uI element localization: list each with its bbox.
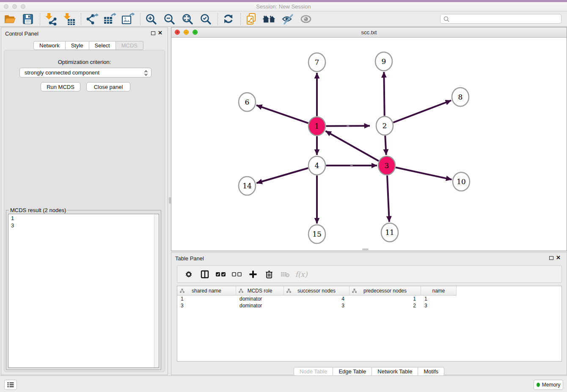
search-input[interactable] — [440, 14, 561, 24]
edge-3-1[interactable] — [325, 131, 378, 161]
window-minimize-button[interactable] — [12, 4, 17, 9]
hide-graphics-details-icon[interactable] — [281, 12, 295, 25]
control-tab-style[interactable]: Style — [66, 41, 89, 50]
network-minimize-button[interactable]: − — [184, 30, 189, 35]
export-table-icon[interactable] — [103, 12, 117, 25]
save-session-icon[interactable] — [21, 12, 35, 25]
node-label-11: 11 — [385, 228, 394, 237]
zoom-selected-icon[interactable] — [198, 12, 212, 25]
edge-2-9[interactable] — [384, 72, 384, 116]
network-vscroll-thumb[interactable] — [169, 197, 171, 204]
table-columns-icon[interactable] — [197, 268, 213, 281]
network-view-window: ✕ − + scc.txt 7968124314101511 — [171, 27, 567, 251]
home-icon[interactable] — [262, 12, 276, 25]
control-tab-network[interactable]: Network — [33, 41, 66, 50]
table-cell[interactable]: 1 — [177, 295, 236, 302]
table-settings-icon[interactable] — [181, 268, 197, 281]
delete-table-icon[interactable] — [277, 268, 293, 281]
window-close-button[interactable] — [4, 4, 8, 9]
import-table-icon[interactable] — [62, 12, 76, 25]
table-cell[interactable]: 3 — [284, 302, 350, 309]
toolbar-separator — [81, 13, 81, 25]
select-all-icon[interactable] — [213, 268, 229, 281]
close-panel-icon[interactable]: ✕ — [158, 30, 162, 36]
mcds-result-textarea[interactable]: 1 3 — [8, 214, 159, 368]
control-tab-select[interactable]: Select — [89, 41, 116, 50]
memory-button[interactable]: Memory — [534, 380, 563, 390]
task-history-button[interactable] — [4, 380, 17, 390]
network-graph-canvas[interactable]: 7968124314101511 — [171, 38, 567, 251]
table-panel-title: Table Panel — [175, 255, 204, 262]
edge-3-11[interactable] — [387, 175, 389, 222]
edge-4-14[interactable] — [256, 168, 308, 183]
show-graphics-details-icon[interactable] — [299, 12, 313, 25]
deselect-all-icon[interactable] — [229, 268, 245, 281]
node-label-10: 10 — [457, 177, 466, 186]
import-network-icon[interactable] — [44, 12, 58, 25]
column-header-MCDS-role[interactable]: MCDS role — [236, 286, 284, 295]
table-row[interactable]: 3dominator323 — [177, 302, 561, 309]
result-scrollbar[interactable] — [154, 214, 159, 367]
table-row[interactable]: 1dominator411 — [177, 295, 561, 302]
node-label-3: 3 — [385, 161, 389, 170]
network-close-button[interactable]: ✕ — [175, 30, 180, 35]
control-panel: Control Panel ✕ NetworkStyleSelectMCDS O… — [1, 27, 168, 375]
close-panel-button[interactable]: Close panel — [86, 82, 130, 91]
table-header-row: shared nameMCDS rolesuccessor nodesprede… — [177, 286, 561, 295]
edge-2-8[interactable] — [393, 100, 451, 122]
zoom-out-icon[interactable] — [162, 12, 176, 25]
table-tab-node-table[interactable]: Node Table — [294, 367, 333, 376]
float-panel-icon[interactable] — [151, 31, 155, 35]
network-maximize-button[interactable]: + — [193, 30, 198, 35]
table-cell[interactable]: 1 — [421, 295, 457, 302]
export-image-icon[interactable] — [121, 12, 135, 25]
node-label-2: 2 — [383, 121, 387, 130]
control-panel-tabs: NetworkStyleSelectMCDS — [33, 41, 143, 50]
edge-1-6[interactable] — [256, 105, 308, 123]
network-window-title: scc.txt — [171, 28, 567, 37]
network-window-titlebar[interactable]: ✕ − + scc.txt — [171, 28, 567, 38]
close-panel-icon[interactable]: ✕ — [556, 254, 561, 261]
toolbar-separator — [217, 13, 218, 25]
column-header-predecessor-nodes[interactable]: predecessor nodes — [350, 286, 421, 295]
delete-row-icon[interactable] — [261, 268, 277, 281]
node-label-7: 7 — [315, 58, 319, 66]
table-cell[interactable]: 4 — [284, 295, 350, 302]
mcds-result-group: MCDS result (2 nodes) 1 3 — [6, 210, 161, 370]
add-row-icon[interactable] — [245, 268, 261, 281]
table-cell[interactable]: 3 — [177, 302, 236, 309]
table-cell[interactable]: dominator — [236, 295, 284, 302]
column-header-name[interactable]: name — [421, 286, 457, 295]
network-hscroll-thumb[interactable] — [362, 248, 369, 250]
column-header-successor-nodes[interactable]: successor nodes — [284, 286, 350, 295]
list-icon — [7, 382, 14, 388]
control-tab-mcds[interactable]: MCDS — [116, 41, 143, 50]
window-title: Session: New Session — [0, 2, 567, 11]
edge-handle[interactable] — [350, 165, 353, 166]
table-cell[interactable]: 1 — [350, 295, 421, 302]
table-cell[interactable]: dominator — [236, 302, 284, 309]
control-panel-title: Control Panel — [5, 30, 39, 37]
node-table[interactable]: shared nameMCDS rolesuccessor nodesprede… — [177, 286, 562, 362]
table-tab-network-table[interactable]: Network Table — [372, 367, 418, 376]
window-zoom-button[interactable] — [21, 4, 25, 9]
table-cell[interactable]: 3 — [421, 302, 457, 309]
edge-3-10[interactable] — [396, 168, 451, 180]
zoom-in-icon[interactable] — [144, 12, 158, 25]
float-panel-icon[interactable] — [549, 256, 553, 260]
open-session-icon[interactable] — [3, 12, 17, 25]
edge-2-3[interactable] — [385, 135, 386, 155]
edge-handle[interactable] — [347, 126, 349, 127]
table-tab-edge-table[interactable]: Edge Table — [333, 367, 372, 376]
table-cell[interactable]: 2 — [350, 302, 421, 309]
table-tab-motifs[interactable]: Motifs — [418, 367, 444, 376]
optimization-criterion-select[interactable]: strongly connected component — [19, 68, 151, 77]
column-header-shared-name[interactable]: shared name — [177, 286, 236, 295]
clone-network-icon[interactable] — [244, 12, 258, 25]
node-label-9: 9 — [382, 57, 386, 66]
refresh-icon[interactable] — [221, 12, 235, 25]
run-mcds-button[interactable]: Run MCDS — [41, 82, 80, 91]
zoom-fit-icon[interactable] — [180, 12, 194, 25]
function-builder-icon[interactable]: f(x) — [293, 268, 309, 281]
export-network-icon[interactable] — [85, 12, 99, 25]
